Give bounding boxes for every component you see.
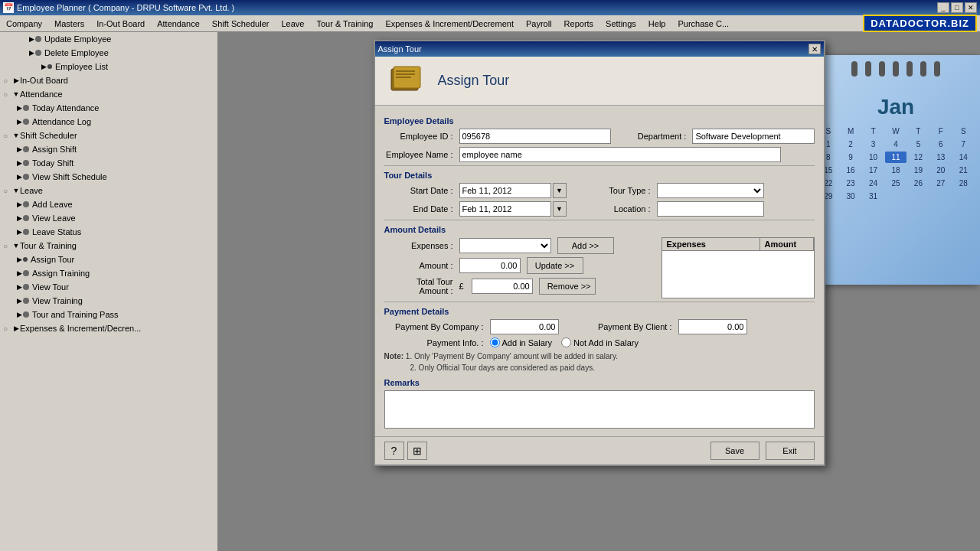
sidebar-item-label: View Shift Schedule — [32, 172, 107, 181]
sidebar-item-label: Tour & Training — [20, 241, 77, 250]
close-button[interactable]: ✕ — [965, 2, 977, 13]
menu-masters[interactable]: Masters — [48, 15, 90, 31]
radio-not-add-salary-text: Not Add in Salary — [573, 338, 639, 347]
sidebar-item-tour-training[interactable]: ○ ▼ Tour & Training — [0, 239, 217, 253]
expenses-table-header: Expenses Amount — [662, 238, 814, 251]
payment-radio-group: Add in Salary Not Add in Salary — [490, 337, 639, 347]
employee-name-input[interactable] — [459, 147, 781, 162]
payment-company-input[interactable] — [490, 319, 559, 334]
expenses-select[interactable] — [459, 238, 551, 253]
sidebar-item-delete-employee[interactable]: ▶ Delete Employee — [0, 46, 217, 60]
sidebar-item-expenses[interactable]: ○ ▶ Expenses & Increment/Decren... — [0, 321, 217, 335]
collapse-icon: ○ — [3, 77, 12, 85]
sidebar-item-update-employee[interactable]: ▶ Update Employee — [0, 32, 217, 46]
sidebar-item-view-tour[interactable]: ▶ View Tour — [0, 280, 217, 294]
sidebar-item-leave-status[interactable]: ▶ Leave Status — [0, 225, 217, 239]
sidebar-item-add-leave[interactable]: ▶ Add Leave — [0, 197, 217, 211]
dialog-header-icon — [387, 63, 426, 99]
menu-attendance[interactable]: Attendance — [151, 15, 206, 31]
sidebar-item-shift-scheduler[interactable]: ○ ▼ Shift Scheduler — [0, 129, 217, 142]
remove-button[interactable]: Remove >> — [539, 278, 596, 295]
help-icon-button[interactable]: ? — [384, 442, 404, 460]
arrow-icon: ▶ — [15, 283, 23, 291]
radio-not-add-salary[interactable] — [561, 337, 571, 347]
sidebar-item-leave[interactable]: ○ ▼ Leave — [0, 184, 217, 197]
sidebar-item-view-training[interactable]: ▶ View Training — [0, 294, 217, 308]
sidebar-item-in-out-board[interactable]: ○ ▶ In-Out Board — [0, 73, 217, 87]
arrow-icon: ▶ — [15, 214, 23, 222]
sidebar-item-assign-tour[interactable]: ▶ Assign Tour — [0, 253, 217, 266]
sidebar-item-label: Attendance Log — [32, 117, 91, 126]
start-date-wrap: ▼ — [459, 183, 567, 198]
location-input[interactable] — [657, 201, 764, 217]
radio-add-salary-label[interactable]: Add in Salary — [490, 337, 552, 347]
arrow-icon: ▶ — [15, 228, 23, 236]
collapse-icon: ○ — [3, 242, 12, 250]
sidebar-item-attendance-log[interactable]: ▶ Attendance Log — [0, 115, 217, 129]
total-tour-input[interactable] — [472, 279, 533, 294]
menu-payroll[interactable]: Payroll — [520, 15, 558, 31]
sidebar-item-label: Tour and Training Pass — [32, 310, 119, 319]
employee-id-row: Employee ID : Department : — [384, 129, 815, 144]
restore-button[interactable]: □ — [951, 2, 963, 13]
sidebar-item-attendance[interactable]: ○ ▼ Attendance — [0, 87, 217, 101]
arrow-icon: ▼ — [12, 132, 20, 139]
end-date-input[interactable] — [459, 201, 551, 217]
dialog-header: Assign Tour — [375, 57, 824, 106]
menu-company[interactable]: Company — [0, 15, 48, 31]
menu-purchase[interactable]: Purchase C... — [671, 15, 735, 31]
bullet-icon — [23, 201, 29, 207]
sidebar-item-label: Delete Employee — [44, 48, 109, 57]
tour-type-select[interactable] — [657, 183, 764, 198]
sidebar-item-view-shift-schedule[interactable]: ▶ View Shift Schedule — [0, 170, 217, 184]
start-date-input[interactable] — [459, 183, 551, 198]
remarks-textarea[interactable] — [384, 390, 815, 429]
start-date-picker-button[interactable]: ▼ — [553, 183, 567, 198]
sidebar-item-assign-training[interactable]: ▶ Assign Training — [0, 266, 217, 280]
bullet-icon — [23, 105, 29, 111]
arrow-icon: ▶ — [15, 145, 23, 153]
add-button[interactable]: Add >> — [557, 237, 614, 254]
sidebar-item-employee-list[interactable]: ▶ Employee List — [0, 60, 217, 73]
bullet-icon — [23, 257, 28, 262]
book-icon — [387, 63, 426, 93]
menu-help[interactable]: Help — [642, 15, 672, 31]
menu-expenses[interactable]: Expenses & Increment/Decrement — [379, 15, 520, 31]
minimize-button[interactable]: _ — [937, 2, 949, 13]
sidebar-item-today-shift[interactable]: ▶ Today Shift — [0, 156, 217, 170]
end-date-picker-button[interactable]: ▼ — [553, 201, 567, 217]
total-tour-label: Total TourAmount : — [384, 277, 453, 295]
assign-tour-dialog: Assign Tour ✕ As — [374, 40, 825, 466]
update-button[interactable]: Update >> — [527, 257, 583, 274]
sidebar-item-tour-training-pass[interactable]: ▶ Tour and Training Pass — [0, 308, 217, 321]
footer-buttons: Save Exit — [710, 442, 815, 460]
arrow-icon: ▶ — [15, 269, 23, 277]
menu-shift-scheduler[interactable]: Shift Scheduler — [206, 15, 276, 31]
exit-button[interactable]: Exit — [766, 442, 815, 460]
radio-not-add-salary-label[interactable]: Not Add in Salary — [561, 337, 639, 347]
amount-col-header: Amount — [760, 238, 814, 250]
sidebar-item-assign-shift[interactable]: ▶ Assign Shift — [0, 142, 217, 156]
sidebar-item-label: Leave — [20, 186, 43, 195]
sidebar-item-today-attendance[interactable]: ▶ Today Attendance — [0, 101, 217, 115]
svg-rect-4 — [396, 77, 411, 78]
calculator-icon-button[interactable]: ⊞ — [407, 442, 427, 460]
employee-id-input[interactable] — [459, 129, 612, 144]
menu-reports[interactable]: Reports — [558, 15, 600, 31]
amount-input[interactable] — [459, 258, 521, 273]
radio-add-salary[interactable] — [490, 337, 500, 347]
dialog-overlay: Assign Tour ✕ As — [218, 32, 980, 551]
menu-leave[interactable]: Leave — [275, 15, 310, 31]
window-controls: _ □ ✕ — [937, 2, 977, 13]
menu-tour-training[interactable]: Tour & Training — [310, 15, 379, 31]
help-icon: ? — [391, 445, 397, 457]
dialog-close-button[interactable]: ✕ — [808, 44, 821, 54]
bullet-icon — [23, 146, 29, 152]
save-button[interactable]: Save — [710, 442, 760, 460]
menu-settings[interactable]: Settings — [599, 15, 642, 31]
sidebar-item-view-leave[interactable]: ▶ View Leave — [0, 211, 217, 225]
payment-client-input[interactable] — [678, 319, 747, 334]
department-input[interactable] — [692, 129, 814, 144]
menu-in-out-board[interactable]: In-Out Board — [90, 15, 151, 31]
bullet-icon — [23, 174, 29, 180]
